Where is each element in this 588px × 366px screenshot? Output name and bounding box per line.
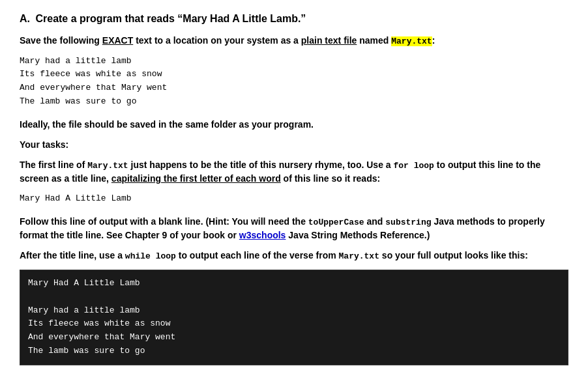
verse-line-2: Its fleece was white as snow xyxy=(20,68,568,81)
verse-line-4: The lamb was sure to go xyxy=(20,95,568,109)
terminal-line-blank xyxy=(28,290,560,304)
intro-colon: : xyxy=(432,35,435,46)
task1-paragraph: The first line of Mary.txt just happens … xyxy=(20,158,568,186)
task3-loop: loop xyxy=(151,251,176,261)
task1-capitalize: capitalizing the first letter of each wo… xyxy=(111,173,281,184)
task3-filename: Mary.txt xyxy=(339,251,379,261)
task3-middle: to output each line of the verse from xyxy=(176,250,339,260)
intro-paragraph: Save the following EXACT text to a locat… xyxy=(20,34,568,48)
terminal-line-5: And everywhere that Mary went xyxy=(28,331,560,345)
verse-line-3: And everywhere that Mary went xyxy=(20,81,568,95)
terminal-line-1: Mary Had A Little Lamb xyxy=(28,277,560,290)
your-tasks-paragraph: Your tasks: xyxy=(20,138,568,152)
task3-while: while xyxy=(125,251,151,261)
intro-save-text: Save the following EXACT text to a locat… xyxy=(20,35,435,46)
task1-middle1: just happens to be the title of this nur… xyxy=(128,160,394,170)
terminal-line-3: Mary had a little lamb xyxy=(28,304,560,318)
task2-end: Java String Methods Reference.) xyxy=(286,230,430,240)
verse-code-block: Mary had a little lamb Its fleece was wh… xyxy=(20,55,568,109)
task1-for-loop: for loop xyxy=(394,161,434,171)
intro-middle: text to a location on your system as a xyxy=(133,35,301,46)
task2-substring: substring xyxy=(385,218,431,227)
section-heading: Create a program that reads “Mary Had A … xyxy=(35,13,306,24)
section-letter: A. xyxy=(20,13,30,24)
intro-filename: Mary.txt xyxy=(391,36,432,46)
task2-before: Follow this line of output with a blank … xyxy=(20,216,308,227)
task2-paragraph: Follow this line of output with a blank … xyxy=(20,215,568,243)
task2-text: Follow this line of output with a blank … xyxy=(20,216,545,241)
intro-after: named xyxy=(357,35,391,46)
section-title: A. Create a program that reads “Mary Had… xyxy=(20,13,568,25)
terminal-line-6: The lamb was sure to go xyxy=(28,345,560,358)
save-note: Ideally, the file should be saved in the… xyxy=(20,119,314,130)
intro-before: Save the following xyxy=(20,35,102,46)
w3schools-link[interactable]: w3schools xyxy=(239,230,286,240)
task1-text: The first line of Mary.txt just happens … xyxy=(20,160,540,184)
task2-toUpperCase: toUpperCase xyxy=(308,218,364,227)
task1-end: of this line so it reads: xyxy=(281,173,380,184)
terminal-output-block: Mary Had A Little Lamb Mary had a little… xyxy=(20,270,568,365)
task3-before: After the title line, use a xyxy=(20,250,125,260)
title-line-code: Mary Had A Little Lamb xyxy=(20,192,568,206)
intro-plain-text: plain text file xyxy=(301,35,357,46)
verse-line-1: Mary had a little lamb xyxy=(20,55,568,68)
terminal-line-4: Its fleece was white as snow xyxy=(28,317,560,331)
task3-text: After the title line, use a while loop t… xyxy=(20,250,528,260)
your-tasks-label: Your tasks: xyxy=(20,139,68,150)
title-line-text: Mary Had A Little Lamb xyxy=(20,192,568,206)
task2-and: and xyxy=(364,216,386,227)
task3-paragraph: After the title line, use a while loop t… xyxy=(20,249,568,263)
save-note-paragraph: Ideally, the file should be saved in the… xyxy=(20,118,568,132)
task1-before: The first line of xyxy=(20,160,87,170)
intro-exact: EXACT xyxy=(102,35,133,46)
task3-end: so your full output looks like this: xyxy=(379,250,528,260)
task1-filename: Mary.txt xyxy=(87,161,128,171)
